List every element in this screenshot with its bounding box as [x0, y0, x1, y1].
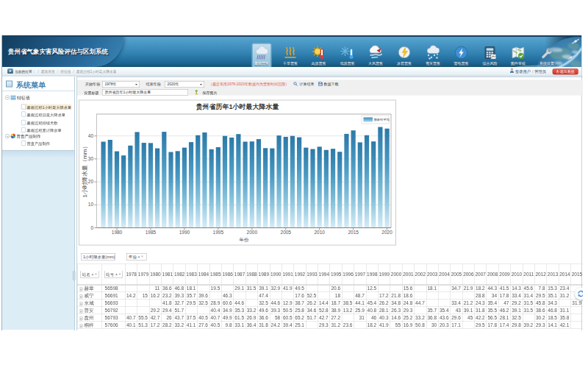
- svg-text:2010: 2010: [314, 230, 325, 235]
- svg-text:40: 40: [88, 133, 94, 138]
- svg-text:1985: 1985: [146, 230, 157, 235]
- svg-text:2005: 2005: [281, 230, 292, 235]
- svg-text:2020: 2020: [381, 230, 392, 235]
- svg-text:0: 0: [90, 225, 93, 230]
- svg-text:国家站平均: 国家站平均: [374, 118, 390, 121]
- svg-text:1小时降水量（mm）: 1小时降水量（mm）: [82, 144, 88, 198]
- svg-text:1980: 1980: [112, 230, 123, 235]
- svg-text:10: 10: [88, 202, 94, 207]
- svg-text:1995: 1995: [213, 230, 224, 235]
- svg-text:年份: 年份: [240, 237, 250, 243]
- svg-text:2015: 2015: [348, 230, 359, 235]
- svg-text:30: 30: [88, 156, 94, 161]
- svg-text:2000: 2000: [247, 230, 258, 235]
- svg-text:20: 20: [88, 179, 94, 184]
- svg-text:1990: 1990: [179, 230, 190, 235]
